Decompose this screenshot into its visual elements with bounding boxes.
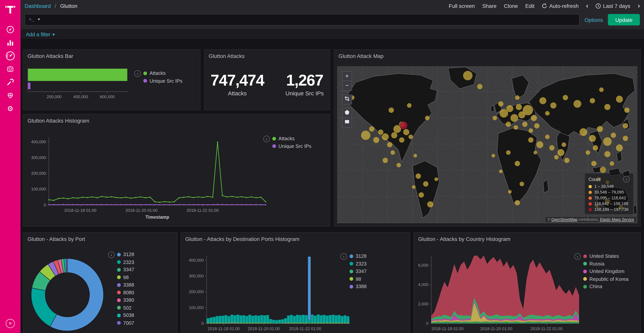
stacked-bar-segment[interactable] [207, 323, 210, 323]
attack-bubble[interactable] [564, 158, 570, 163]
stacked-bar-segment[interactable] [287, 315, 290, 322]
attack-bubble[interactable] [603, 138, 612, 146]
attack-bubble[interactable] [623, 136, 628, 141]
stacked-bar-segment[interactable] [320, 323, 322, 323]
stacked-bar-segment[interactable] [234, 315, 236, 321]
stacked-bar-segment[interactable] [258, 323, 260, 323]
stacked-bar-segment[interactable] [326, 315, 328, 322]
legend-item[interactable]: United States [583, 253, 629, 259]
legend-item[interactable]: 79,095 – 118,642 [588, 196, 630, 200]
stacked-bar-segment[interactable] [317, 322, 320, 323]
stacked-bar-segment[interactable] [269, 323, 272, 323]
stacked-bar-segment[interactable] [326, 323, 328, 323]
stacked-bar-segment[interactable] [240, 322, 242, 323]
legend-item[interactable]: Unique Src IPs [143, 78, 182, 84]
stacked-bar-segment[interactable] [248, 323, 251, 323]
attack-bubble[interactable] [523, 105, 533, 115]
zoom-in-button[interactable]: + [342, 71, 352, 81]
legend-item[interactable]: 3388 [117, 282, 134, 288]
fullscreen-button[interactable]: Full screen [449, 3, 475, 9]
attacks-histogram-chart[interactable]: 0100,000200,000300,000400,0002018-11-18 … [26, 129, 272, 224]
legend-item[interactable]: Attacks [143, 70, 182, 76]
attack-bubble[interactable] [604, 151, 610, 157]
stacked-bar-segment[interactable] [284, 322, 287, 323]
stacked-bar-segment[interactable] [335, 322, 338, 323]
stacked-bar-segment[interactable] [290, 322, 293, 323]
stacked-bar-segment[interactable] [335, 315, 338, 322]
attack-bubble[interactable] [520, 182, 524, 186]
stacked-bar-segment[interactable] [290, 315, 293, 322]
stacked-bar-segment[interactable] [258, 316, 260, 322]
attack-bubble[interactable] [540, 97, 546, 104]
attack-bubble[interactable] [425, 116, 429, 120]
edit-button[interactable]: Edit [525, 3, 534, 9]
attack-bubble[interactable] [592, 161, 596, 166]
legend-toggle-button[interactable]: › [263, 136, 270, 142]
stacked-bar-segment[interactable] [242, 323, 245, 323]
stacked-bar-segment[interactable] [281, 323, 284, 323]
attack-bubble[interactable] [506, 151, 510, 155]
legend-item[interactable]: Attacks [272, 136, 312, 141]
stacked-bar-segment[interactable] [254, 322, 257, 323]
stacked-bar-segment[interactable] [230, 322, 233, 323]
attack-bubble[interactable] [545, 111, 549, 115]
stacked-bar-segment[interactable] [236, 323, 239, 323]
stacked-bar-segment[interactable] [222, 323, 224, 323]
stacked-bar-segment[interactable] [341, 316, 344, 322]
attack-bubble[interactable] [537, 141, 543, 148]
attack-bubble[interactable] [500, 109, 508, 117]
stacked-bar-segment[interactable] [278, 323, 281, 323]
stacked-bar-segment[interactable] [344, 323, 346, 323]
attack-bubble[interactable] [399, 138, 404, 143]
attack-bubble[interactable] [563, 95, 568, 100]
stacked-bar-segment[interactable] [219, 322, 222, 323]
legend-item[interactable]: 2323 [350, 261, 367, 267]
stacked-bar-segment[interactable] [281, 319, 284, 323]
attack-bubble[interactable] [506, 122, 511, 127]
stacked-bar-segment[interactable] [278, 323, 281, 323]
stacked-bar-segment[interactable] [344, 315, 346, 322]
attack-bubble[interactable] [516, 96, 520, 100]
attack-bubble[interactable] [597, 126, 603, 132]
stacked-bar-segment[interactable] [311, 322, 314, 323]
stacked-bar-segment[interactable] [263, 315, 266, 322]
update-button[interactable]: Update [608, 14, 640, 26]
legend-item[interactable]: 158,189 – 197,736 [588, 207, 630, 212]
attack-bubble[interactable] [515, 200, 520, 205]
attack-bubble[interactable] [492, 154, 495, 157]
stacked-bar-segment[interactable] [311, 315, 314, 322]
attack-bubble[interactable] [514, 125, 518, 130]
stacked-bar-segment[interactable] [236, 322, 239, 323]
stacked-bar-segment[interactable] [326, 322, 328, 323]
stacked-bar-segment[interactable] [344, 322, 346, 323]
stacked-bar-segment[interactable] [230, 323, 233, 323]
stacked-bar-segment[interactable] [296, 315, 299, 322]
stacked-bar-segment[interactable] [293, 316, 296, 322]
stacked-bar-segment[interactable] [299, 315, 302, 322]
attack-bubble[interactable] [508, 190, 511, 193]
attack-bubble[interactable] [528, 138, 534, 143]
stacked-bar-segment[interactable] [213, 317, 216, 322]
legend-item[interactable]: Russia [583, 261, 629, 267]
stacked-bar-segment[interactable] [266, 315, 269, 322]
stacked-bar-segment[interactable] [338, 323, 340, 323]
attack-bubble[interactable] [435, 178, 438, 181]
stacked-bar-segment[interactable] [269, 323, 272, 323]
stacked-bar-segment[interactable] [234, 322, 236, 323]
area-series-China[interactable] [431, 321, 579, 323]
stacked-bar-segment[interactable] [222, 322, 224, 323]
time-picker-button[interactable]: Last 7 days [596, 3, 630, 9]
attack-bubble[interactable] [414, 154, 417, 157]
stacked-bar-segment[interactable] [210, 322, 212, 323]
legend-toggle-button[interactable]: › [108, 251, 114, 258]
stacked-bar-segment[interactable] [266, 322, 269, 323]
stacked-bar-segment[interactable] [225, 315, 227, 322]
stacked-bar-segment[interactable] [272, 323, 275, 323]
ports-donut-chart[interactable] [28, 256, 106, 333]
stacked-bar-segment[interactable] [320, 315, 322, 322]
stacked-bar-segment[interactable] [228, 316, 230, 322]
stacked-bar-segment[interactable] [290, 323, 293, 323]
stacked-bar-segment[interactable] [266, 323, 269, 323]
legend-item[interactable]: 7007 [117, 320, 134, 326]
attack-bubble[interactable] [506, 105, 513, 112]
